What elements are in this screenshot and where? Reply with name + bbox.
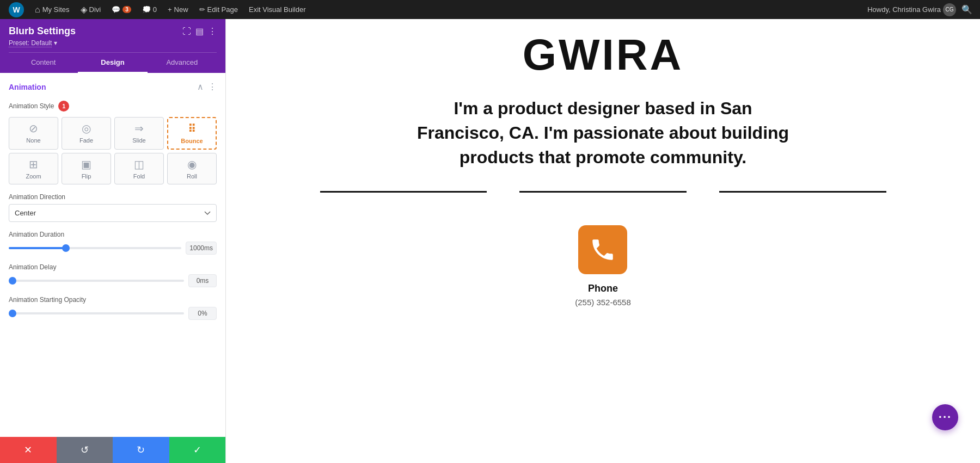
divider-center — [519, 191, 687, 193]
blurb-section: Phone (255) 352-6558 — [309, 214, 897, 318]
flip-icon: ▣ — [81, 158, 91, 171]
duration-label: Animation Duration — [9, 231, 217, 238]
flip-label: Flip — [82, 173, 91, 180]
anim-none[interactable]: ⊘ None — [9, 117, 58, 150]
floating-action-button[interactable]: ··· — [932, 404, 958, 430]
blurb-item: Phone (255) 352-6558 — [575, 225, 631, 307]
site-title: GWIRA — [309, 30, 897, 80]
panel-header: Blurb Settings ⛶ ▤ ⋮ Preset: Default ▾ C… — [0, 19, 225, 73]
duration-value[interactable]: 1000ms — [186, 242, 217, 255]
bounce-icon: ⠿ — [188, 122, 196, 135]
exit-builder-button[interactable]: Exit Visual Builder — [244, 0, 310, 19]
divi-label: Divi — [89, 5, 101, 14]
divi-button[interactable]: ◈ Divi — [76, 0, 106, 19]
bubble-icon: 💭 — [142, 5, 151, 14]
fold-label: Fold — [133, 173, 145, 180]
more-icon[interactable]: ⋮ — [208, 26, 217, 36]
new-label: New — [174, 5, 188, 14]
zoom-label: Zoom — [26, 173, 41, 180]
wp-logo-icon: W — [9, 2, 24, 17]
bounce-label: Bounce — [181, 138, 203, 144]
direction-group: Animation Direction Center Top Bottom Le… — [9, 193, 217, 222]
fullscreen-icon[interactable]: ⛶ — [182, 27, 191, 36]
section-controls: ∧ ⋮ — [197, 82, 217, 92]
delay-value[interactable]: 0ms — [188, 274, 217, 287]
opacity-group: Animation Starting Opacity 0% — [9, 296, 217, 320]
opacity-label: Animation Starting Opacity — [9, 296, 217, 304]
intro-text: I'm a product designer based in San Fran… — [413, 96, 794, 169]
animation-section-header: Animation ∧ ⋮ — [9, 82, 217, 92]
phone-icon-box — [578, 225, 627, 274]
page-content: GWIRA I'm a product designer based in Sa… — [277, 19, 930, 339]
my-sites-label: My Sites — [42, 5, 70, 14]
opacity-thumb[interactable] — [9, 310, 16, 317]
delay-group: Animation Delay 0ms — [9, 263, 217, 287]
comments-button[interactable]: 💬 3 — [107, 0, 136, 19]
direction-select[interactable]: Center Top Bottom Left Right — [9, 204, 217, 222]
delay-label: Animation Delay — [9, 263, 217, 271]
anim-fold[interactable]: ◫ Fold — [114, 153, 164, 184]
panel-title-row: Blurb Settings ⛶ ▤ ⋮ — [9, 26, 217, 37]
search-icon[interactable]: 🔍 — [958, 4, 976, 15]
save-button[interactable]: ✓ — [169, 437, 226, 463]
bubble-count: 0 — [153, 5, 157, 14]
preset-row[interactable]: Preset: Default ▾ — [9, 39, 217, 47]
dividers-row — [309, 191, 897, 193]
undo-button[interactable]: ↺ — [57, 437, 113, 463]
divider-right — [719, 191, 886, 193]
settings-icon[interactable]: ⋮ — [208, 82, 217, 92]
animation-style-label-row: Animation Style 1 — [9, 101, 217, 112]
phone-svg — [589, 236, 616, 263]
panel-content: Animation ∧ ⋮ Animation Style 1 ⊘ None ◎ — [0, 73, 225, 437]
animation-style-grid: ⊘ None ◎ Fade ⇒ Slide ⠿ Bounce ⊞ Zoom — [9, 117, 217, 184]
none-label: None — [26, 137, 40, 144]
tab-advanced[interactable]: Advanced — [148, 53, 217, 73]
exit-builder-label: Exit Visual Builder — [249, 5, 306, 14]
blurb-title: Phone — [575, 283, 631, 294]
bubbles-button[interactable]: 💭 0 — [138, 0, 161, 19]
animation-section-title: Animation — [9, 83, 46, 91]
panel-title-icons: ⛶ ▤ ⋮ — [182, 26, 217, 36]
collapse-icon[interactable]: ∧ — [197, 82, 204, 92]
none-icon: ⊘ — [29, 122, 38, 135]
anim-bounce[interactable]: ⠿ Bounce — [167, 117, 217, 150]
admin-bar-right: Howdy, Christina Gwira CG 🔍 — [867, 3, 976, 16]
edit-page-button[interactable]: ✏ Edit Page — [195, 0, 242, 19]
wp-logo-button[interactable]: W — [4, 0, 28, 19]
anim-zoom[interactable]: ⊞ Zoom — [9, 153, 58, 184]
roll-icon: ◉ — [187, 158, 197, 171]
comment-icon: 💬 — [112, 5, 120, 14]
anim-slide[interactable]: ⇒ Slide — [114, 117, 164, 150]
anim-roll[interactable]: ◉ Roll — [167, 153, 217, 184]
user-greeting: Howdy, Christina Gwira — [867, 5, 941, 14]
columns-icon[interactable]: ▤ — [195, 26, 204, 36]
delay-thumb[interactable] — [9, 277, 16, 285]
new-button[interactable]: + New — [163, 0, 193, 19]
my-sites-button[interactable]: ⌂ My Sites — [30, 0, 74, 19]
cancel-button[interactable]: ✕ — [0, 437, 57, 463]
roll-label: Roll — [187, 173, 197, 180]
tab-design[interactable]: Design — [78, 53, 147, 73]
opacity-value[interactable]: 0% — [188, 307, 217, 320]
divi-icon: ◈ — [81, 4, 87, 15]
redo-button[interactable]: ↻ — [113, 437, 169, 463]
pencil-icon: ✏ — [199, 5, 205, 14]
bottom-bar: ✕ ↺ ↻ ✓ — [0, 437, 225, 463]
preset-label: Preset: Default — [9, 39, 52, 47]
anim-fade[interactable]: ◎ Fade — [62, 117, 111, 150]
opacity-slider-row: 0% — [9, 307, 217, 320]
delay-track[interactable] — [9, 280, 184, 282]
divider-left — [320, 191, 487, 193]
plus-icon: + — [168, 5, 172, 14]
wp-admin-bar: W ⌂ My Sites ◈ Divi 💬 3 💭 0 + New ✏ Edit… — [0, 0, 980, 19]
opacity-track[interactable] — [9, 312, 184, 314]
comment-count: 3 — [122, 6, 131, 13]
duration-thumb[interactable] — [62, 244, 70, 252]
tab-content[interactable]: Content — [9, 53, 78, 73]
duration-track[interactable] — [9, 247, 181, 249]
anim-flip[interactable]: ▣ Flip — [62, 153, 111, 184]
avatar[interactable]: CG — [943, 3, 956, 16]
main-layout: Blurb Settings ⛶ ▤ ⋮ Preset: Default ▾ C… — [0, 19, 980, 463]
right-content: GWIRA I'm a product designer based in Sa… — [226, 19, 980, 463]
fade-icon: ◎ — [82, 122, 91, 135]
